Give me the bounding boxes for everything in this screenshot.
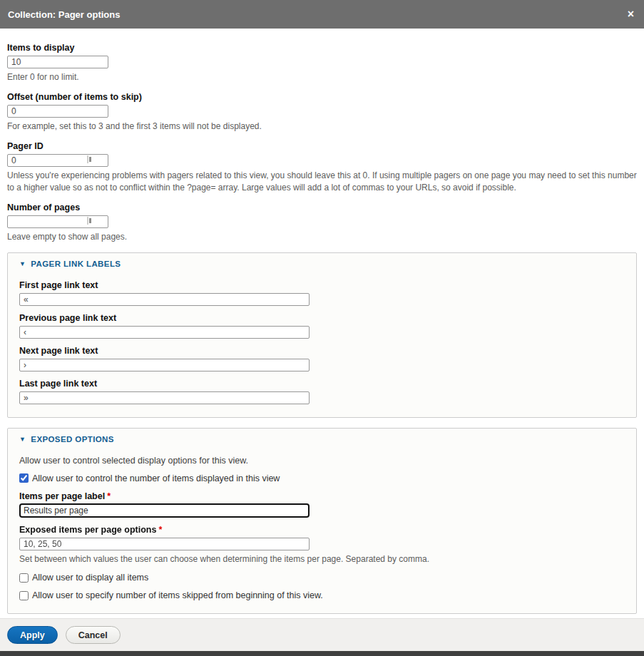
number-of-pages-field: Number of pages Leave empty to show all … — [7, 203, 637, 242]
close-icon[interactable]: × — [628, 9, 634, 20]
pager-link-labels-legend[interactable]: ▼ PAGER LINK LABELS — [19, 260, 625, 268]
display-all-checkbox[interactable] — [19, 573, 29, 583]
pager-link-labels-legend-text: PAGER LINK LABELS — [31, 260, 121, 268]
chevron-down-icon: ▼ — [19, 436, 26, 443]
apply-button[interactable]: Apply — [7, 626, 58, 644]
last-page-link-field: Last page link text — [19, 379, 625, 404]
items-to-display-label: Items to display — [7, 43, 637, 53]
exposed-items-options-field: Exposed items per page options* Set betw… — [19, 525, 625, 565]
items-per-page-label-label: Items per page label* — [19, 491, 625, 501]
dialog-footer: Apply Cancel — [0, 618, 644, 651]
dialog-body: Items to display Enter 0 for no limit. O… — [0, 29, 644, 618]
display-all-checkbox-row: Allow user to display all items — [19, 573, 625, 583]
exposed-options-description: Allow user to control selected display o… — [19, 456, 625, 466]
pager-id-field: Pager ID Unless you're experiencing prob… — [7, 141, 637, 193]
items-to-display-input[interactable] — [7, 56, 108, 68]
display-all-checkbox-label[interactable]: Allow user to display all items — [32, 573, 148, 583]
number-of-pages-help: Leave empty to show all pages. — [7, 231, 637, 242]
chevron-down-icon: ▼ — [19, 260, 26, 267]
page-behind-strip — [0, 651, 644, 656]
first-page-link-field: First page link text — [19, 280, 625, 306]
dialog-titlebar: Collection: Pager options × — [0, 0, 644, 29]
number-of-pages-label: Number of pages — [7, 203, 637, 212]
exposed-items-options-label: Exposed items per page options* — [19, 525, 625, 535]
pager-link-labels-fieldset: ▼ PAGER LINK LABELS First page link text… — [7, 252, 637, 418]
previous-page-link-input[interactable] — [19, 326, 310, 339]
pager-id-help: Unless you're experiencing problems with… — [7, 170, 637, 193]
offset-help: For example, set this to 3 and the first… — [7, 121, 637, 132]
exposed-options-legend-text: EXPOSED OPTIONS — [31, 435, 114, 444]
previous-page-link-field: Previous page link text — [19, 313, 625, 339]
exposed-options-fieldset: ▼ EXPOSED OPTIONS Allow user to control … — [7, 428, 637, 614]
offset-label: Offset (number of items to skip) — [7, 92, 637, 102]
items-per-page-label-input[interactable] — [19, 503, 310, 518]
items-to-display-field: Items to display Enter 0 for no limit. — [7, 43, 637, 83]
previous-page-link-label: Previous page link text — [19, 313, 625, 323]
first-page-link-label: First page link text — [19, 280, 625, 290]
required-asterisk: * — [158, 525, 162, 535]
specify-skipped-checkbox[interactable] — [19, 591, 29, 600]
pager-id-input[interactable] — [7, 154, 108, 167]
specify-skipped-checkbox-row: Allow user to specify number of items sk… — [19, 590, 625, 600]
next-page-link-field: Next page link text — [19, 346, 625, 371]
offset-input[interactable] — [7, 105, 108, 118]
cancel-button[interactable]: Cancel — [66, 626, 121, 644]
exposed-items-options-help: Set between which values the user can ch… — [19, 553, 625, 565]
offset-field: Offset (number of items to skip) For exa… — [7, 92, 637, 132]
next-page-link-input[interactable] — [19, 359, 310, 371]
last-page-link-input[interactable] — [19, 391, 310, 404]
specify-skipped-checkbox-label[interactable]: Allow user to specify number of items sk… — [32, 590, 323, 600]
first-page-link-input[interactable] — [19, 293, 310, 306]
number-of-pages-input[interactable] — [7, 215, 108, 228]
spinner-icon[interactable] — [87, 217, 91, 225]
last-page-link-label: Last page link text — [19, 379, 625, 389]
items-per-page-label-field: Items per page label* — [19, 491, 625, 518]
dialog-title: Collection: Pager options — [8, 9, 628, 20]
spinner-icon[interactable] — [87, 155, 91, 163]
exposed-items-options-input[interactable] — [19, 538, 310, 550]
pager-id-label: Pager ID — [7, 141, 637, 151]
control-items-checkbox-row: Allow user to control the number of item… — [19, 473, 625, 483]
control-items-checkbox[interactable] — [19, 473, 29, 483]
exposed-options-legend[interactable]: ▼ EXPOSED OPTIONS — [19, 435, 625, 444]
required-asterisk: * — [107, 491, 111, 501]
items-to-display-help: Enter 0 for no limit. — [7, 71, 637, 83]
control-items-checkbox-label[interactable]: Allow user to control the number of item… — [32, 473, 280, 483]
next-page-link-label: Next page link text — [19, 346, 625, 356]
